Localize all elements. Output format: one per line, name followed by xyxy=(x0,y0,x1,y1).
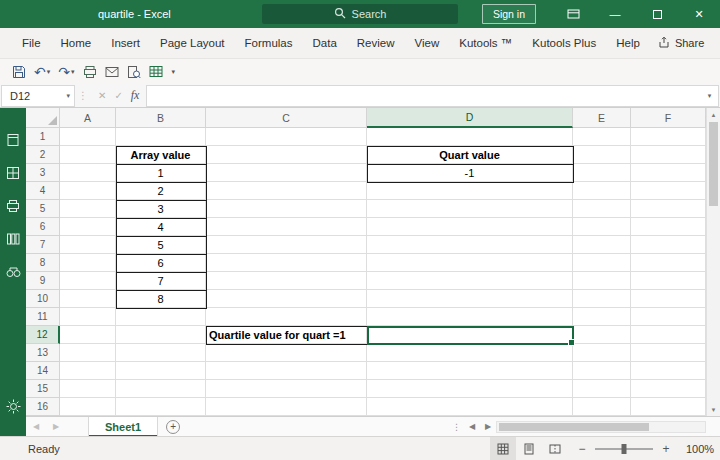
cell-F14[interactable] xyxy=(631,362,706,380)
undo-button[interactable]: ↶▾ xyxy=(30,61,54,83)
cell-D14[interactable] xyxy=(367,362,573,380)
vertical-scroll-track[interactable] xyxy=(707,121,720,403)
column-header-D[interactable]: D xyxy=(367,108,573,128)
cell-F9[interactable] xyxy=(631,272,706,290)
horizontal-scroll-track[interactable] xyxy=(496,421,706,433)
cell-A11[interactable] xyxy=(60,308,116,326)
cell-C13[interactable] xyxy=(206,344,367,362)
cell-E7[interactable] xyxy=(573,236,631,254)
confirm-entry-icon[interactable]: ✓ xyxy=(114,90,122,101)
cell-F3[interactable] xyxy=(631,164,706,182)
column-header-E[interactable]: E xyxy=(573,108,631,128)
cell-B13[interactable] xyxy=(116,344,206,362)
tab-formulas[interactable]: Formulas xyxy=(235,28,303,58)
undo-dropdown-icon[interactable]: ▾ xyxy=(47,68,51,76)
horizontal-scrollbar[interactable]: ⋮ ◀ ▶ xyxy=(449,417,720,437)
cell-D13[interactable] xyxy=(367,344,573,362)
cell-D12[interactable] xyxy=(367,326,573,344)
cell-E12[interactable] xyxy=(573,326,631,344)
maximize-button[interactable] xyxy=(636,0,678,28)
tab-insert[interactable]: Insert xyxy=(101,28,150,58)
save-button[interactable] xyxy=(8,61,30,83)
redo-dropdown-icon[interactable]: ▾ xyxy=(71,68,75,76)
printer-icon[interactable] xyxy=(5,198,21,214)
cell-A7[interactable] xyxy=(60,236,116,254)
cell-F15[interactable] xyxy=(631,380,706,398)
cell-F13[interactable] xyxy=(631,344,706,362)
cell-D8[interactable] xyxy=(367,254,573,272)
binoculars-icon[interactable] xyxy=(5,264,21,280)
cell-D9[interactable] xyxy=(367,272,573,290)
row-header-5[interactable]: 5 xyxy=(26,200,60,218)
cell-C16[interactable] xyxy=(206,398,367,416)
page-break-view-button[interactable] xyxy=(542,437,568,460)
row-header-6[interactable]: 6 xyxy=(26,218,60,236)
vertical-scroll-thumb[interactable] xyxy=(709,122,718,206)
previous-sheet-icon[interactable]: ◀ xyxy=(26,422,46,431)
cell-D7[interactable] xyxy=(367,236,573,254)
cell-C9[interactable] xyxy=(206,272,367,290)
row-header-12[interactable]: 12 xyxy=(26,326,60,344)
column-header-F[interactable]: F xyxy=(631,108,706,128)
row-header-10[interactable]: 10 xyxy=(26,290,60,308)
cell-A4[interactable] xyxy=(60,182,116,200)
name-box[interactable]: D12 ▾ xyxy=(1,85,75,107)
zoom-out-icon[interactable]: − xyxy=(576,442,588,456)
tab-kutools[interactable]: Kutools ™ xyxy=(449,28,522,58)
cell-B6[interactable]: 4 xyxy=(116,218,206,236)
cell-E14[interactable] xyxy=(573,362,631,380)
cell-D10[interactable] xyxy=(367,290,573,308)
cell-B14[interactable] xyxy=(116,362,206,380)
cell-E2[interactable] xyxy=(573,146,631,164)
cell-A2[interactable] xyxy=(60,146,116,164)
cell-D15[interactable] xyxy=(367,380,573,398)
new-sheet-button[interactable]: + xyxy=(158,420,188,434)
tab-help[interactable]: Help xyxy=(606,28,650,58)
cell-F5[interactable] xyxy=(631,200,706,218)
cell-D11[interactable] xyxy=(367,308,573,326)
redo-button[interactable]: ↷▾ xyxy=(54,61,78,83)
cell-E9[interactable] xyxy=(573,272,631,290)
cell-F16[interactable] xyxy=(631,398,706,416)
cell-D6[interactable] xyxy=(367,218,573,236)
formula-bar-handle-icon[interactable]: ⋮ xyxy=(75,90,91,101)
cell-F10[interactable] xyxy=(631,290,706,308)
cell-E8[interactable] xyxy=(573,254,631,272)
zoom-slider-thumb[interactable] xyxy=(622,444,627,454)
cell-B16[interactable] xyxy=(116,398,206,416)
cell-A9[interactable] xyxy=(60,272,116,290)
cell-B10[interactable]: 8 xyxy=(116,290,206,308)
cell-F1[interactable] xyxy=(631,128,706,146)
cell-F11[interactable] xyxy=(631,308,706,326)
cell-B7[interactable]: 5 xyxy=(116,236,206,254)
tab-data[interactable]: Data xyxy=(303,28,347,58)
print-preview-button[interactable] xyxy=(123,61,145,83)
share-button[interactable]: Share xyxy=(650,32,712,54)
cell-E3[interactable] xyxy=(573,164,631,182)
cell-A10[interactable] xyxy=(60,290,116,308)
cell-C10[interactable] xyxy=(206,290,367,308)
print-button[interactable] xyxy=(79,61,101,83)
cell-F6[interactable] xyxy=(631,218,706,236)
ribbon-display-options-icon[interactable] xyxy=(552,0,594,28)
cell-C12[interactable]: Quartile value for quart =1 xyxy=(206,326,367,344)
columns-icon[interactable] xyxy=(5,231,21,247)
tab-review[interactable]: Review xyxy=(347,28,405,58)
page-layout-view-button[interactable] xyxy=(516,437,542,460)
cell-F2[interactable] xyxy=(631,146,706,164)
sign-in-button[interactable]: Sign in xyxy=(482,4,536,24)
cell-B4[interactable]: 2 xyxy=(116,182,206,200)
row-header-14[interactable]: 14 xyxy=(26,362,60,380)
row-header-9[interactable]: 9 xyxy=(26,272,60,290)
cell-C1[interactable] xyxy=(206,128,367,146)
tab-page-layout[interactable]: Page Layout xyxy=(150,28,235,58)
tab-splitter-icon[interactable]: ⋮ xyxy=(449,422,464,432)
select-all-corner[interactable] xyxy=(26,108,60,128)
close-button[interactable]: ✕ xyxy=(678,0,720,28)
workbook-icon[interactable] xyxy=(5,132,21,148)
cell-B5[interactable]: 3 xyxy=(116,200,206,218)
row-header-1[interactable]: 1 xyxy=(26,128,60,146)
cell-D3[interactable]: -1 xyxy=(367,164,573,182)
cell-E11[interactable] xyxy=(573,308,631,326)
cell-E15[interactable] xyxy=(573,380,631,398)
